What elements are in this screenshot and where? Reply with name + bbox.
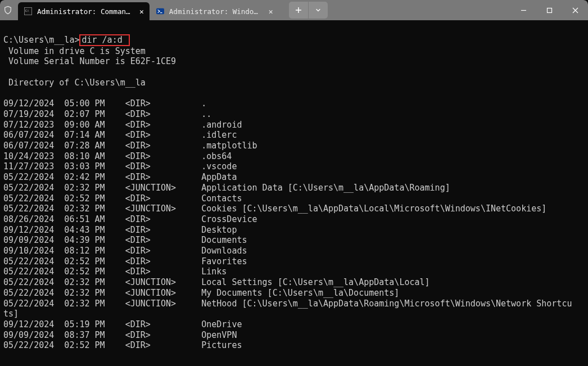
svg-text:C:\: C:\ xyxy=(25,9,29,12)
close-window-button[interactable] xyxy=(562,0,588,20)
terminal-output[interactable]: C:\Users\m__la>dir /a:d Volume in drive … xyxy=(0,20,588,351)
close-icon[interactable]: ✕ xyxy=(269,7,273,16)
newtab-group xyxy=(289,2,328,19)
tab-powershell[interactable]: Administrator: Windows Power ✕ xyxy=(150,2,279,20)
titlebar: C:\ Administrator: Command Pro ✕ Adminis… xyxy=(0,0,588,20)
tab-cmd[interactable]: C:\ Administrator: Command Pro ✕ xyxy=(18,2,150,20)
tab-label: Administrator: Command Pro xyxy=(37,7,133,16)
cmd-icon: C:\ xyxy=(24,7,33,16)
minimize-button[interactable] xyxy=(510,0,536,20)
new-tab-button[interactable] xyxy=(289,2,308,19)
svg-rect-5 xyxy=(547,8,551,12)
powershell-icon xyxy=(156,7,165,16)
maximize-button[interactable] xyxy=(536,0,562,20)
window-controls xyxy=(510,0,588,20)
tab-dropdown-button[interactable] xyxy=(309,2,328,19)
highlighted-command: dir /a:d xyxy=(79,34,129,46)
close-icon[interactable]: ✕ xyxy=(139,7,144,16)
tab-label: Administrator: Windows Power xyxy=(169,7,262,16)
shield-icon xyxy=(0,6,16,15)
tabs-row: C:\ Administrator: Command Pro ✕ Adminis… xyxy=(18,0,279,20)
